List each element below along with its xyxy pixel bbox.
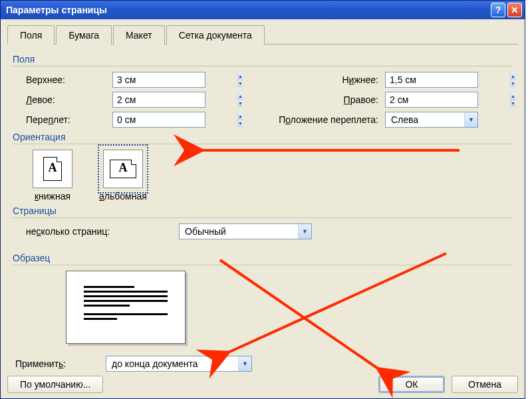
gutter-label: Переплет: (13, 114, 112, 125)
gutter-input[interactable]: ▲▼ (112, 112, 205, 128)
multi-pages-dropdown[interactable]: Обычный ▼ (179, 223, 312, 239)
top-margin-label: Верхнее: (13, 74, 112, 85)
spin-down-icon[interactable]: ▼ (511, 80, 515, 88)
tab-layout[interactable]: Макет (113, 25, 165, 45)
bottom-margin-label: Нижнее: (205, 74, 385, 85)
tab-grid[interactable]: Сетка документа (166, 25, 265, 45)
window-title: Параметры страницы (6, 5, 491, 15)
close-button[interactable]: ✕ (507, 3, 522, 17)
apply-to-label: Применить: (13, 358, 106, 369)
group-orientation-label: Ориентация (13, 132, 513, 142)
help-button[interactable]: ? (491, 3, 505, 17)
gutter-position-label: Положение переплета: (205, 114, 385, 125)
tab-paper[interactable]: Бумага (56, 25, 112, 45)
page-preview (66, 271, 186, 344)
cancel-button[interactable]: Отмена (452, 376, 518, 393)
orientation-landscape[interactable]: A альбомная (99, 150, 147, 201)
orientation-portrait[interactable]: A книжная (33, 150, 72, 201)
group-pages-label: Страницы (13, 205, 513, 216)
apply-to-dropdown[interactable]: до конца документа ▼ (106, 356, 252, 372)
titlebar: Параметры страницы ? ✕ (1, 1, 525, 19)
spin-down-icon[interactable]: ▼ (511, 100, 515, 108)
top-margin-input[interactable]: ▲▼ (112, 72, 205, 88)
left-margin-input[interactable]: ▲▼ (112, 92, 205, 108)
ok-button[interactable]: ОК (378, 376, 445, 393)
landscape-icon: A (103, 150, 143, 188)
spin-up-icon[interactable]: ▲ (511, 92, 515, 100)
tab-fields[interactable]: Поля (7, 25, 55, 45)
chevron-down-icon: ▼ (464, 112, 477, 127)
right-margin-label: Правое: (205, 94, 385, 105)
landscape-label: альбомная (99, 191, 147, 201)
portrait-icon: A (33, 150, 72, 188)
default-button[interactable]: По умолчанию... (7, 376, 103, 393)
gutter-position-dropdown[interactable]: Слева ▼ (385, 112, 478, 128)
right-margin-input[interactable]: ▲▼ (385, 92, 478, 108)
left-margin-label: Левое: (13, 94, 112, 105)
multi-pages-label: несколько страниц: (13, 226, 179, 237)
page-setup-dialog: Параметры страницы ? ✕ Поля Бумага Макет… (0, 0, 525, 399)
group-sample-label: Образец (13, 253, 513, 263)
chevron-down-icon: ▼ (298, 224, 311, 239)
spin-up-icon[interactable]: ▲ (511, 72, 515, 80)
bottom-margin-input[interactable]: ▲▼ (385, 72, 478, 88)
chevron-down-icon: ▼ (238, 356, 251, 371)
portrait-label: книжная (33, 191, 72, 201)
group-fields-label: Поля (13, 54, 513, 65)
tab-strip: Поля Бумага Макет Сетка документа (7, 25, 518, 45)
